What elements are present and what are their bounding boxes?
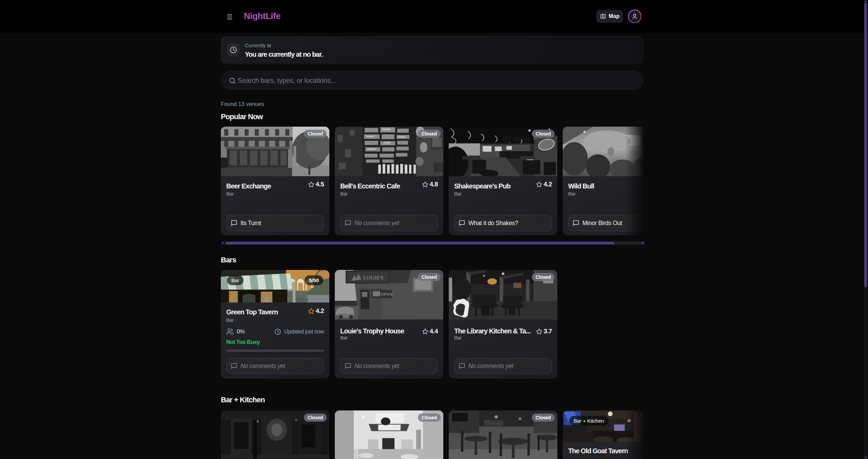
svg-text:LOUIE'S: LOUIE'S xyxy=(363,275,384,281)
svg-text:OPEN: OPEN xyxy=(381,292,392,296)
